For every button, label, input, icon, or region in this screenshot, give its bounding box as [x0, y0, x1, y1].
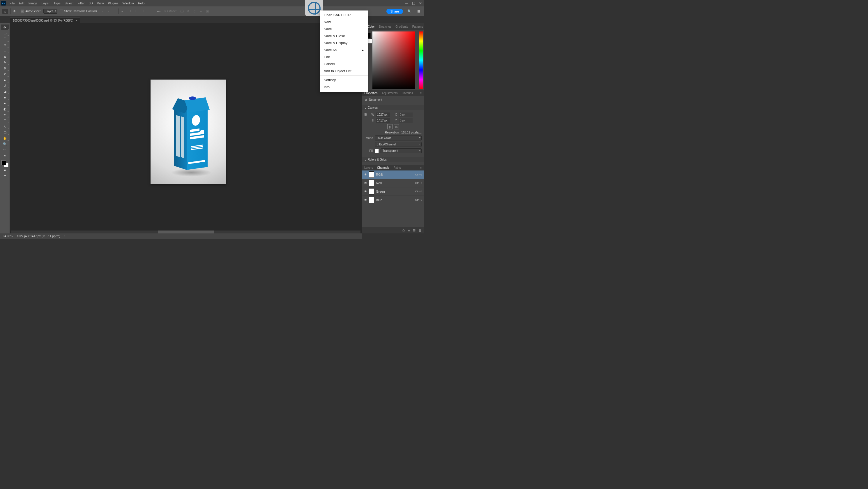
visibility-icon[interactable]: 👁 [364, 198, 367, 202]
menu-new[interactable]: New [320, 19, 368, 26]
dodge-tool[interactable]: ◐ [1, 106, 9, 112]
link-icon[interactable]: ⛓ [364, 113, 367, 116]
height-input[interactable] [376, 118, 390, 123]
hue-strip[interactable] [419, 31, 423, 89]
panel-menu-icon[interactable]: ≡ [420, 166, 422, 169]
screen-mode-icon[interactable]: ⊏ [1, 173, 9, 179]
align-top-icon[interactable]: ⊤ [127, 8, 133, 14]
portrait-orient-icon[interactable]: ▯ [387, 124, 393, 130]
align-bottom-icon[interactable]: ⊥ [141, 8, 146, 14]
menu-select[interactable]: Select [63, 1, 76, 5]
move-tool-icon[interactable]: ✥ [13, 9, 16, 13]
menu-image[interactable]: Image [27, 1, 40, 5]
menu-info[interactable]: Info [320, 84, 368, 91]
rulers-section-header[interactable]: Rulers & Grids [362, 157, 424, 162]
lasso-tool[interactable]: ⌒ [1, 36, 9, 42]
type-tool[interactable]: T [1, 118, 9, 123]
search-icon[interactable]: 🔍 [406, 8, 412, 14]
menu-layer[interactable]: Layer [39, 1, 52, 5]
marquee-tool[interactable]: ▭ [1, 30, 9, 36]
save-selection-icon[interactable]: ◙ [408, 228, 410, 232]
swap-colors-icon[interactable]: ⟲ [1, 153, 9, 159]
history-brush-tool[interactable]: ↺ [1, 83, 9, 89]
move-tool[interactable]: ✥ [1, 25, 9, 30]
channel-rgb[interactable]: 👁 RGBCtrl+2 [362, 171, 424, 179]
tab-libraries[interactable]: Libraries [402, 91, 413, 95]
horizontal-scrollbar[interactable] [11, 231, 361, 233]
fill-swatch[interactable] [375, 149, 379, 153]
menu-file[interactable]: File [7, 1, 17, 5]
brush-tool[interactable]: ✐ [1, 71, 9, 77]
tab-close-icon[interactable]: × [76, 19, 78, 22]
depth-dropdown[interactable]: 8 Bits/Channel [375, 142, 422, 147]
blur-tool[interactable]: ● [1, 100, 9, 106]
minimize-icon[interactable]: — [403, 1, 410, 5]
menu-open-sap-ectr[interactable]: Open SAP ECTR [320, 12, 368, 19]
shape-tool[interactable]: ▢ [1, 130, 9, 135]
path-select-tool[interactable]: ↖ [1, 123, 9, 130]
workspace-icon[interactable]: ▦ [416, 8, 422, 14]
tab-color[interactable]: Color [368, 25, 375, 28]
menu-edit-doc[interactable]: Edit [320, 54, 368, 61]
distribute-icon[interactable]: ≡ [119, 8, 125, 14]
fill-dropdown[interactable]: Transparent [380, 148, 422, 153]
auto-select-dropdown[interactable]: Layer [43, 9, 57, 14]
align-right-icon[interactable]: ⫠ [112, 8, 118, 14]
align-left-icon[interactable]: ⫠ [99, 8, 105, 14]
panel-menu-icon[interactable]: ≡ [420, 91, 422, 95]
quick-mask-icon[interactable]: ◙ [1, 167, 9, 173]
document-tab[interactable]: 10000373803aps00000.psd @ 33.3% (RGB/8) … [10, 18, 80, 23]
tab-patterns[interactable]: Patterns [412, 25, 423, 28]
status-arrow-icon[interactable]: › [64, 235, 65, 238]
hand-tool[interactable]: ✋ [1, 135, 9, 141]
eraser-tool[interactable]: ◪ [1, 89, 9, 94]
menu-save[interactable]: Save [320, 26, 368, 33]
delete-channel-icon[interactable]: 🗑 [418, 228, 422, 232]
pen-tool[interactable]: ✒ [1, 112, 9, 118]
menu-3d[interactable]: 3D [87, 1, 95, 5]
tab-paths[interactable]: Paths [393, 166, 401, 169]
align-hcenter-icon[interactable]: ⫠ [106, 8, 112, 14]
home-icon[interactable]: ⌂ [2, 9, 8, 14]
color-field[interactable] [372, 31, 415, 89]
load-selection-icon[interactable]: ◌ [402, 228, 405, 232]
channel-red[interactable]: 👁 RedCtrl+3 [362, 179, 424, 188]
width-input[interactable] [376, 113, 390, 117]
show-transform-check[interactable]: Show Transform Controls [60, 10, 97, 13]
auto-select-check[interactable]: ✓Auto-Select: [21, 10, 41, 13]
menu-view[interactable]: View [95, 1, 106, 5]
menu-add-object-list[interactable]: Add to Object List [320, 67, 368, 75]
menu-save-display[interactable]: Save & Display [320, 40, 368, 47]
share-button[interactable]: Share [386, 9, 403, 14]
menu-cancel[interactable]: Cancel [320, 61, 368, 67]
menu-help[interactable]: Help [136, 1, 147, 5]
menu-window[interactable]: Window [121, 1, 136, 5]
document-dimensions[interactable]: 1027 px x 1417 px (118.11 ppcm) [17, 235, 60, 238]
zoom-tool[interactable]: 🔍 [1, 141, 9, 147]
tab-adjustments[interactable]: Adjustments [382, 91, 398, 95]
menu-save-close[interactable]: Save & Close [320, 33, 368, 40]
align-vcenter-icon[interactable]: ⊢ [134, 8, 140, 14]
visibility-icon[interactable]: 👁 [364, 190, 367, 193]
more-options-icon[interactable]: ••• [156, 8, 162, 14]
tab-swatches[interactable]: Swatches [379, 25, 391, 28]
stamp-tool[interactable]: ▲ [1, 77, 9, 83]
canvas-area[interactable] [10, 23, 362, 233]
edit-toolbar[interactable]: ⋯ [1, 147, 9, 153]
maximize-icon[interactable]: ▢ [410, 1, 417, 5]
channel-green[interactable]: 👁 GreenCtrl+4 [362, 188, 424, 196]
canvas-section-header[interactable]: Canvas [362, 105, 424, 110]
more-align-icon[interactable]: ⋯ [148, 8, 153, 14]
channel-blue[interactable]: 👁 BlueCtrl+5 [362, 196, 424, 204]
tab-gradients[interactable]: Gradients [396, 25, 408, 28]
landscape-orient-icon[interactable]: ▭ [394, 124, 399, 130]
visibility-icon[interactable]: 👁 [364, 173, 367, 176]
eyedropper-tool[interactable]: ✎ [1, 59, 9, 65]
tab-channels[interactable]: Channels [377, 166, 389, 169]
menu-filter[interactable]: Filter [75, 1, 87, 5]
color-swatches[interactable] [1, 160, 8, 167]
quick-select-tool[interactable]: ✶ [1, 42, 9, 48]
menu-save-as[interactable]: Save As...▸ [320, 47, 368, 54]
visibility-icon[interactable]: 👁 [364, 181, 367, 185]
menu-plugins[interactable]: Plugins [106, 1, 120, 5]
